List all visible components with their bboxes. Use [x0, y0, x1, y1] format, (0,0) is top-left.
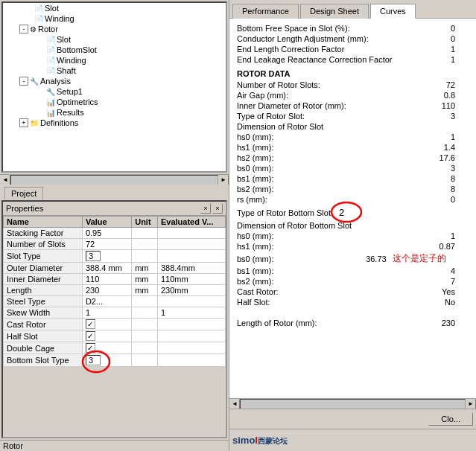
scroll-right-btn[interactable]: ► — [218, 175, 229, 185]
data-label: Inner Diameter of Rotor (mm): — [235, 100, 418, 111]
table-row: Air Gap (mm): 0.8 — [235, 90, 470, 100]
tree-label: Setup1 — [57, 87, 83, 96]
cast-rotor-checkbox[interactable] — [86, 319, 95, 329]
data-value — [418, 121, 470, 132]
table-row: Skew Width 1 1 — [4, 307, 226, 319]
tree-item-optimetrics[interactable]: 📊 Optimetrics — [3, 97, 226, 107]
prop-value[interactable]: 3 — [82, 250, 131, 263]
half-slot-checkbox[interactable] — [86, 331, 95, 341]
data-value: 0.8 — [418, 90, 470, 100]
prop-evaluated — [157, 250, 225, 263]
bottom-slot-type-value-area: 2 — [339, 207, 344, 218]
data-label: bs1 (mm): — [235, 266, 364, 276]
data-value: 3 — [418, 163, 470, 173]
table-row: Number of Rotor Slots: 72 — [235, 80, 470, 90]
expand-rotor[interactable]: - — [19, 25, 28, 33]
properties-scroll[interactable]: Name Value Unit Evaluated V... Stacking … — [3, 216, 226, 437]
data-value: Yes — [376, 287, 470, 297]
data-value: 8 — [418, 173, 470, 184]
table-row: hs0 (mm): 1 — [235, 231, 470, 241]
prop-value[interactable]: 110 — [82, 274, 131, 285]
data-value — [407, 307, 470, 318]
tree-label: Definitions — [40, 118, 78, 127]
prop-value[interactable]: D2... — [82, 296, 131, 307]
prop-value[interactable]: 72 — [82, 239, 131, 250]
props-pin-btn[interactable]: × — [200, 203, 211, 214]
tab-curves[interactable]: Curves — [370, 4, 416, 19]
tree-item-setup1[interactable]: 🔧 Setup1 — [3, 86, 226, 97]
data-label: hs2 (mm): — [235, 153, 418, 163]
data-label: hs0 (mm): — [235, 231, 364, 241]
tree-item-bottomslot[interactable]: 📄 BottomSlot — [3, 45, 226, 55]
tree-item-slot1[interactable]: 📄 Slot — [3, 3, 226, 13]
setup-icon: 🔧 — [46, 88, 55, 96]
project-tab-btn[interactable]: Project — [4, 187, 43, 199]
prop-value[interactable]: 388.4 mm — [82, 263, 131, 274]
data-value: 4 — [364, 266, 470, 276]
data-label: Bottom Free Space in Slot (%): — [235, 23, 442, 33]
props-title-buttons: × × — [200, 203, 223, 214]
rotor-data-header: ROTOR DATA — [235, 65, 470, 80]
double-cage-checkbox[interactable] — [86, 343, 95, 353]
tree-panel[interactable]: 📄 Slot 📄 Winding - ⚙ Rotor 📄 Slot — [1, 1, 227, 173]
tree-label: Analysis — [40, 77, 71, 86]
tab-design-sheet[interactable]: Design Sheet — [300, 4, 369, 19]
content-scrollbar-h[interactable]: ◄ ► — [229, 398, 476, 409]
prop-value[interactable]: 0.95 — [82, 228, 131, 239]
data-label: hs1 (mm): — [235, 241, 364, 252]
data-label: Cast Rotor: — [235, 287, 376, 297]
prop-value[interactable] — [82, 319, 131, 330]
tree-item-winding2[interactable]: 📄 Winding — [3, 55, 226, 65]
definitions-icon: 📁 — [30, 119, 39, 127]
bottom-slot-table: Dimension of Rotor Bottom Slot hs0 (mm):… — [235, 220, 470, 287]
top-data-table: Bottom Free Space in Slot (%): 0 Conduct… — [235, 23, 470, 65]
prop-evaluated: 230mm — [157, 285, 225, 296]
data-label: Air Gap (mm): — [235, 90, 418, 100]
close-button[interactable]: Clo... — [428, 412, 473, 426]
app-bottom-bar: simol西蒙论坛 — [229, 429, 476, 451]
prop-unit — [132, 239, 158, 250]
data-label: hs1 (mm): — [235, 142, 418, 153]
data-value: 1.4 — [418, 142, 470, 153]
prop-value[interactable]: 3 — [82, 354, 131, 367]
col-evaluated: Evaluated V... — [157, 217, 225, 228]
tree-label: Winding — [57, 56, 86, 65]
content-scroll-right[interactable]: ► — [466, 399, 476, 409]
props-close-btn[interactable]: × — [212, 203, 223, 214]
data-label: bs0 (mm): — [235, 252, 364, 266]
prop-evaluated — [157, 228, 225, 239]
prop-unit — [132, 330, 158, 342]
prop-evaluated — [157, 342, 225, 354]
content-area[interactable]: Bottom Free Space in Slot (%): 0 Conduct… — [229, 19, 476, 398]
properties-panel: Properties × × Name Value Unit Evaluated… — [1, 200, 227, 438]
data-value: 0 — [418, 194, 470, 205]
tab-performance[interactable]: Performance — [232, 4, 299, 19]
prop-value[interactable] — [82, 330, 131, 342]
content-scroll-left[interactable]: ◄ — [229, 399, 240, 409]
rotor-data-table: Number of Rotor Slots: 72 Air Gap (mm): … — [235, 80, 470, 205]
bottomslot-icon: 📄 — [46, 46, 55, 54]
tree-scrollbar-h[interactable]: ◄ ► — [0, 174, 229, 185]
data-label: hs0 (mm): — [235, 132, 418, 142]
tree-item-slot2[interactable]: 📄 Slot — [3, 34, 226, 45]
table-row: Half Slot: No — [235, 297, 470, 307]
tree-item-winding1[interactable]: 📄 Winding — [3, 13, 226, 24]
scroll-track[interactable] — [10, 175, 218, 185]
prop-value[interactable] — [82, 342, 131, 354]
expand-analysis[interactable]: - — [19, 77, 28, 86]
tree-item-analysis[interactable]: - 🔧 Analysis — [3, 76, 226, 86]
table-row: End Length Correction Factor 1 — [235, 44, 470, 54]
tree-item-results[interactable]: 📊 Results — [3, 107, 226, 118]
tree-item-rotor[interactable]: - ⚙ Rotor — [3, 24, 226, 34]
scroll-left-btn[interactable]: ◄ — [0, 175, 10, 185]
tree-item-definitions[interactable]: + 📁 Definitions — [3, 118, 226, 128]
data-value: 36.73 这个是定子的 — [364, 252, 470, 266]
prop-evaluated — [157, 330, 225, 342]
expand-definitions[interactable]: + — [19, 118, 28, 127]
prop-value[interactable]: 1 — [82, 307, 131, 319]
content-scroll-track[interactable] — [240, 399, 466, 409]
prop-value[interactable]: 230 — [82, 285, 131, 296]
table-row: Inner Diameter 110 mm 110mm — [4, 274, 226, 285]
results-icon: 📊 — [46, 109, 55, 117]
tree-item-shaft[interactable]: 📄 Shaft — [3, 65, 226, 76]
